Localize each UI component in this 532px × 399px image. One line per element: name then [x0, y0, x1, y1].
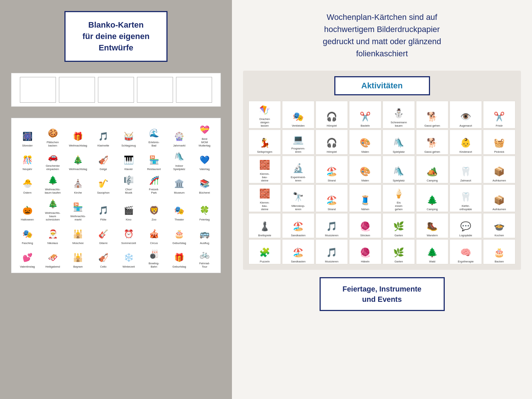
- grid-cell-17: 🌲Weihnachts-baum kaufen: [40, 172, 65, 195]
- aktiv-label-33: Sandkasten: [291, 234, 306, 237]
- aktiv-icon-5: 🐕: [427, 109, 438, 124]
- aktiv-label-30: Kiefer-orthopäde: [459, 204, 472, 211]
- aktiv-cell-25: 🔭Mikroskop-ieren: [282, 184, 314, 212]
- grid-cell-33: 🎅Nikolaus: [40, 223, 65, 246]
- grid-cell-44: ❄️Winterzeit: [116, 246, 141, 269]
- aktiv-icon-47: 🎂: [494, 245, 505, 260]
- aktiv-icon-29: 🌲: [427, 193, 438, 208]
- grid-label-21: Freizeit-Park: [149, 188, 159, 194]
- grid-cell-5: 🌊Erlebnis-Bad: [142, 122, 166, 148]
- grid-icon-43: 🎻: [98, 251, 108, 264]
- grid-cell-11: 🎻Geige: [91, 149, 116, 172]
- aktiv-label-40: Puzzeln: [260, 260, 270, 263]
- grid-cell-21: 🎢Freizeit-Park: [142, 172, 166, 195]
- grid-cell-38: 🎂Geburtstag: [167, 223, 192, 246]
- grid-cell-20: 🎼Chor/Musik: [116, 172, 141, 195]
- aktiv-label-1: Verkleiden: [292, 124, 304, 127]
- grid-cell-15: 💙Vatertag: [192, 149, 217, 172]
- aktiv-label-31: Aufräumen: [493, 208, 506, 211]
- grid-cell-28: 🎬Kino: [116, 196, 141, 222]
- aktiv-icon-28: 🍦: [393, 186, 404, 201]
- aktiv-label-16: Klemm-bau-steine: [260, 172, 269, 182]
- grid-cell-8: 🎊Neujahr: [15, 149, 40, 172]
- aktiv-cell-22: 🦷Zahnarzt: [450, 156, 482, 183]
- aktiv-icon-8: 💃: [259, 135, 270, 150]
- grid-icon-14: 🛝: [174, 150, 184, 163]
- grid-icon-44: ❄️: [124, 251, 134, 264]
- aktiv-cell-34: 🎵Musizieren: [316, 213, 348, 238]
- aktiv-icon-31: 📦: [494, 193, 505, 208]
- aktiv-icon-37: 🥾: [427, 219, 438, 234]
- aktiv-label-41: Sandkasten: [291, 260, 306, 263]
- aktiv-cell-18: 🏖️Strand: [316, 156, 348, 183]
- aktiv-cell-24: 🧱Klemm-bau-steine: [249, 184, 281, 212]
- aktiv-cell-13: 🐕Gassi-gehen: [416, 130, 448, 155]
- grid-icon-7: 💝: [200, 123, 209, 137]
- aktiv-icon-14: 👶: [460, 135, 471, 150]
- grid-label-23: Bücherei: [199, 191, 210, 194]
- aktiv-cell-4: ⛄Schneemannbauen: [383, 101, 415, 128]
- aktiv-cell-47: 🎂Backen: [483, 239, 515, 264]
- grid-icon-1: 🍪: [48, 127, 58, 140]
- grid-cell-41: 🛷Heiligabend: [40, 246, 65, 269]
- grid-icon-31: 🍀: [200, 204, 209, 217]
- aktiv-icon-2: 🎧: [326, 109, 337, 124]
- aktiv-label-4: Schneemannbauen: [391, 121, 407, 127]
- grid-icon-17: 🌲: [48, 174, 58, 187]
- aktiv-label-24: Klemm-bau-steine: [260, 201, 269, 211]
- grid-cell-37: 🎪Circus: [142, 223, 166, 246]
- aktiv-cell-11: 🎨Malen: [349, 130, 381, 155]
- aktiv-cell-30: 🦷Kiefer-orthopäde: [450, 184, 482, 212]
- grid-label-12: Klavier: [124, 167, 133, 171]
- aktiv-icon-19: 🎨: [360, 164, 371, 179]
- aktiv-label-28: Eisessengehen: [395, 201, 403, 211]
- aktivitaten-title: Aktivitäten: [350, 81, 414, 91]
- aktiv-cell-42: 🎵Musizieren: [316, 239, 348, 264]
- grid-icon-33: 🎅: [48, 227, 58, 241]
- grid-label-25: Weihnachts-baumschmücken: [45, 211, 60, 221]
- grid-icon-9: 🚗: [48, 150, 58, 163]
- aktiv-icon-11: 🎨: [360, 135, 371, 150]
- grid-cell-10: 🎄Weihnachtstag: [66, 149, 91, 172]
- grid-icon-26: 🏪: [73, 201, 83, 214]
- grid-label-34: Moschee: [73, 241, 84, 245]
- blank-card-4: [137, 77, 173, 103]
- aktiv-cell-15: 🧺Picknick: [483, 130, 515, 155]
- grid-label-18: Kirche: [74, 191, 82, 194]
- aktiv-cell-27: 🧵Nähen: [349, 184, 381, 212]
- grid-icon-21: 🎢: [149, 174, 159, 187]
- grid-icon-6: 🎡: [174, 130, 184, 143]
- grid-label-27: Flöte: [100, 218, 106, 221]
- grid-label-28: Kino: [126, 218, 131, 221]
- blank-cards-row: [11, 73, 221, 107]
- grid-label-5: Erlebnis-Bad: [148, 141, 159, 147]
- grid-label-17: Weihnachts-baum kaufen: [45, 188, 60, 194]
- aktiv-icon-40: 🧩: [259, 245, 270, 260]
- grid-icon-3: 🎵: [98, 130, 108, 143]
- aktiv-cell-5: 🐕Gassi-gehen: [416, 101, 448, 128]
- grid-icon-38: 🎂: [174, 227, 184, 241]
- grid-icon-28: 🎬: [124, 204, 134, 217]
- grid-label-9: Geschenkeeinpacken: [46, 164, 60, 171]
- grid-icon-45: 🎳: [149, 248, 159, 261]
- aktiv-icon-21: 🏕️: [427, 164, 438, 179]
- grid-icon-24: 🎃: [22, 204, 32, 217]
- aktiv-icon-46: 🧠: [460, 245, 471, 260]
- aktiv-icon-24: 🧱: [259, 186, 270, 201]
- grid-cell-14: 🛝IndoorSpielplatz: [167, 149, 192, 172]
- aktiv-cell-43: 🧶Häkeln: [349, 239, 381, 264]
- aktiv-cell-19: 🎨Malen: [349, 156, 381, 183]
- aktiv-label-39: Kochen: [494, 234, 504, 237]
- grid-icon-22: 🏛️: [174, 177, 184, 190]
- feiertage-box: Feiertage, Instrumente und Events: [320, 277, 445, 311]
- aktiv-cell-23: 📦Aufräumen: [483, 156, 515, 183]
- grid-label-37: Circus: [150, 241, 158, 245]
- grid-icon-12: 🎹: [124, 153, 134, 167]
- grid-label-41: Heiligabend: [45, 265, 60, 268]
- grid-label-47: Fahrrad-Tour: [199, 262, 210, 268]
- grid-icon-5: 🌊: [149, 127, 159, 140]
- grid-icon-40: 💕: [22, 251, 32, 264]
- aktiv-label-14: Kinderarzt: [459, 150, 472, 153]
- aktiv-label-36: Garten: [395, 234, 403, 237]
- aktiv-label-42: Musizieren: [325, 260, 338, 263]
